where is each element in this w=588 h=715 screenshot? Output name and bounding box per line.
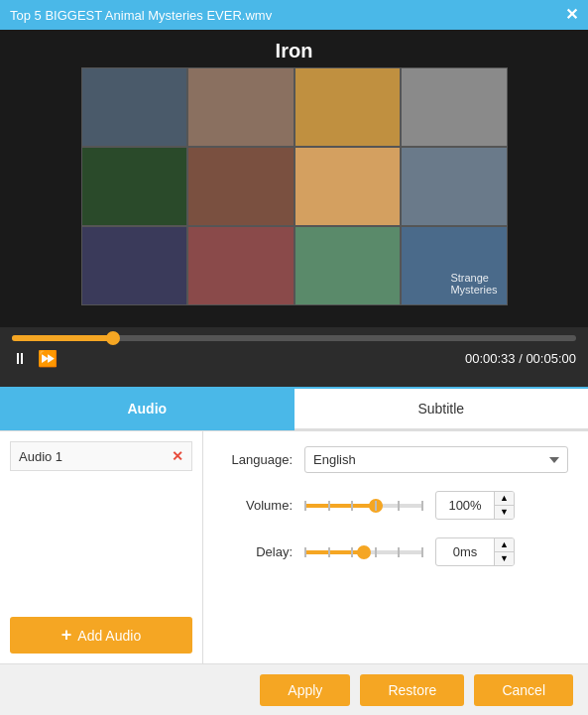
volume-slider-container — [304, 504, 423, 508]
volume-label: Volume: — [223, 498, 293, 513]
volume-row: Volume: — [223, 491, 568, 520]
pause-button[interactable]: ⏸ — [12, 350, 28, 368]
delay-up-button[interactable]: ▲ — [495, 538, 514, 552]
watermark: StrangeMysteries — [450, 272, 497, 296]
volume-up-button[interactable]: ▲ — [495, 492, 514, 506]
grid-cell — [81, 67, 188, 147]
audio-list-item: Audio 1 ✕ — [10, 441, 192, 471]
audio-list-panel: Audio 1 ✕ + Add Audio — [0, 431, 203, 663]
plus-icon: + — [61, 625, 72, 646]
window-title: Top 5 BIGGEST Animal Mysteries EVER.wmv — [10, 8, 272, 23]
tab-content: Audio 1 ✕ + Add Audio Language: English … — [0, 430, 588, 663]
apply-button[interactable]: Apply — [260, 674, 350, 706]
video-thumbnail: StrangeMysteries — [81, 67, 508, 305]
progress-thumb[interactable] — [106, 331, 120, 345]
progress-bar[interactable] — [12, 335, 576, 341]
remove-audio-button[interactable]: ✕ — [172, 448, 183, 464]
volume-spinbox: 100% ▲ ▼ — [435, 491, 515, 520]
tab-bar: Audio Subtitle — [0, 389, 588, 430]
language-label: Language: — [223, 452, 293, 467]
language-select[interactable]: English French Spanish German Japanese C… — [304, 446, 568, 473]
grid-cell — [187, 147, 294, 226]
tick — [328, 501, 330, 511]
tick — [351, 547, 353, 557]
grid-cell — [401, 147, 508, 226]
close-button[interactable]: ✕ — [565, 7, 578, 23]
add-audio-button[interactable]: + Add Audio — [10, 617, 192, 654]
tick — [328, 547, 330, 557]
language-row: Language: English French Spanish German … — [223, 446, 568, 473]
delay-slider-track[interactable] — [304, 550, 423, 554]
controls-left: ⏸ ⏩ — [12, 349, 58, 368]
cancel-button[interactable]: Cancel — [474, 674, 573, 706]
grid-cell — [187, 226, 294, 305]
progress-fill — [12, 335, 113, 341]
video-grid — [81, 67, 508, 305]
volume-down-button[interactable]: ▼ — [495, 506, 514, 519]
tick — [375, 501, 377, 511]
delay-row: Delay: — [223, 537, 568, 566]
grid-cell — [81, 226, 188, 305]
delay-spinbox-arrows: ▲ ▼ — [494, 538, 514, 565]
bottom-panel: Audio Subtitle Audio 1 ✕ + Add Audio Lan… — [0, 387, 588, 715]
audio-settings-panel: Language: English French Spanish German … — [203, 431, 588, 663]
volume-spinbox-arrows: ▲ ▼ — [494, 492, 514, 519]
grid-cell — [401, 67, 508, 147]
delay-spinbox: 0ms ▲ ▼ — [435, 537, 515, 566]
tick — [398, 501, 400, 511]
total-time: 00:05:00 — [526, 351, 576, 366]
grid-cell — [187, 67, 294, 147]
grid-cell — [294, 226, 402, 305]
tick — [304, 547, 306, 557]
title-bar: Top 5 BIGGEST Animal Mysteries EVER.wmv … — [0, 0, 588, 30]
delay-label: Delay: — [223, 544, 293, 559]
delay-slider-container — [304, 550, 423, 554]
delay-value: 0ms — [436, 540, 494, 563]
fast-forward-button[interactable]: ⏩ — [38, 349, 58, 368]
tick — [304, 501, 306, 511]
grid-cell — [294, 67, 402, 147]
tick — [398, 547, 400, 557]
tab-subtitle[interactable]: Subtitle — [294, 389, 589, 430]
restore-button[interactable]: Restore — [360, 674, 464, 706]
audio-item-label: Audio 1 — [19, 449, 62, 464]
grid-cell — [294, 147, 402, 226]
tab-audio[interactable]: Audio — [0, 389, 294, 430]
time-display: 00:00:33 / 00:05:00 — [465, 351, 576, 366]
volume-value: 100% — [436, 494, 494, 517]
playback-bar: ⏸ ⏩ 00:00:33 / 00:05:00 — [0, 327, 588, 387]
add-audio-label: Add Audio — [77, 628, 141, 644]
tick — [375, 547, 377, 557]
video-area: Iron StrangeMysteries — [0, 30, 588, 327]
current-time: 00:00:33 — [465, 351, 516, 366]
delay-down-button[interactable]: ▼ — [495, 552, 514, 565]
tick — [351, 501, 353, 511]
video-effect-title: Iron — [276, 40, 313, 62]
grid-cell — [81, 147, 188, 226]
playback-controls: ⏸ ⏩ 00:00:33 / 00:05:00 — [12, 349, 576, 368]
tick — [421, 547, 423, 557]
tick — [421, 501, 423, 511]
volume-slider-track[interactable] — [304, 504, 423, 508]
footer: Apply Restore Cancel — [0, 663, 588, 715]
